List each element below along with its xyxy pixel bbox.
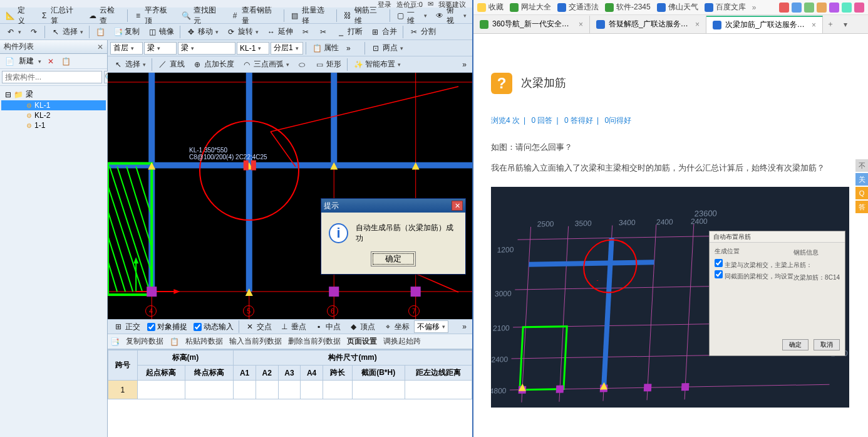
bookmark-sites[interactable]: 网址大全	[510, 2, 551, 13]
browser-tab-current[interactable]: 次梁加筋_广联达服务新…×	[706, 16, 823, 33]
add-tab-button[interactable]: ＋	[823, 19, 838, 29]
bookmark-traffic[interactable]: 交通违法	[557, 2, 599, 13]
chk-main-sub[interactable]	[715, 259, 723, 267]
row-number[interactable]: 1	[108, 381, 138, 399]
cell[interactable]	[137, 381, 185, 399]
dyninput-check[interactable]: 动态输入	[191, 322, 236, 332]
good-answers-stat[interactable]: 0 答得好	[564, 116, 593, 125]
bookmark-wenku[interactable]: 百度文库	[705, 2, 746, 13]
overflow-button[interactable]: »	[459, 320, 470, 333]
col-span-len[interactable]: 跨长	[323, 366, 352, 381]
cell[interactable]	[301, 381, 323, 399]
embed-cancel-button[interactable]: 取消	[814, 339, 840, 350]
cell[interactable]	[278, 381, 301, 399]
answers-stat[interactable]: 0 回答	[531, 116, 552, 125]
extend-button[interactable]: ↔延伸	[263, 24, 296, 39]
col-end-elev[interactable]: 终点标高	[185, 366, 234, 381]
rect-tool[interactable]: ▭矩形	[311, 57, 344, 71]
arc-tool[interactable]: ◠三点画弧▾	[239, 57, 292, 71]
close-tab-icon[interactable]: ×	[579, 20, 583, 29]
close-tab-icon[interactable]: ×	[695, 20, 700, 29]
select-tool[interactable]: ↖选择▾	[110, 57, 149, 71]
tab-copy-span[interactable]: 复制跨数据	[126, 336, 163, 347]
close-tab-icon[interactable]: ×	[812, 21, 816, 29]
col-span-num[interactable]: 跨号	[108, 350, 138, 381]
tree-root-beam[interactable]: ⊟📁梁	[1, 88, 106, 100]
tab-delete-col[interactable]: 删除当前列数据	[288, 336, 341, 347]
chk-same-section[interactable]	[715, 270, 723, 278]
qa-page[interactable]: ? 次梁加筋 浏览4 次| 0 回答| 0 答得好| 0问得好 如图：请问怎么回…	[473, 34, 868, 437]
mirror-button[interactable]: ◫镜像	[144, 24, 177, 39]
ext-icon[interactable]	[792, 3, 802, 13]
dialog-titlebar[interactable]: 提示 ✕	[321, 199, 465, 213]
split-button[interactable]: ✂分割	[406, 24, 439, 39]
float-btn-no[interactable]: 不	[855, 159, 868, 172]
type-combo[interactable]: 梁▾	[178, 42, 235, 55]
bookmark-2345[interactable]: 软件-2345	[605, 2, 651, 13]
component-combo[interactable]: KL-1▾	[237, 42, 269, 55]
ext-icon[interactable]	[804, 3, 814, 13]
span-data-grid[interactable]: 跨号 标高(m) 构件尺寸(mm) 起点标高 终点标高 A1 A2 A3 A4 …	[108, 349, 472, 437]
cell[interactable]	[185, 381, 234, 399]
perp-snap[interactable]: ⊥垂点	[276, 320, 309, 334]
cell[interactable]	[323, 381, 352, 399]
rotate-button[interactable]: ⟳旋转▾	[223, 24, 262, 39]
embed-ok-button[interactable]: 确定	[782, 339, 809, 350]
undo-button[interactable]: ↶▾	[3, 25, 24, 39]
redo-button[interactable]: ↷	[26, 25, 42, 39]
merge-button[interactable]: ⊞合并	[367, 24, 400, 39]
bookmark-fav[interactable]: 收藏	[477, 2, 504, 13]
ext-icon[interactable]	[829, 3, 839, 13]
col-start-elev[interactable]: 起点标高	[137, 366, 185, 381]
tab-paste-span[interactable]: 粘贴跨数据	[185, 336, 223, 347]
cell[interactable]	[234, 381, 256, 399]
tree-item-kl1[interactable]: ⚙KL-1	[1, 100, 106, 110]
layer-combo[interactable]: 分层1▾	[271, 42, 303, 55]
browser-tab-qa[interactable]: 答疑解惑_广联达服务新…×	[590, 16, 706, 33]
floor-combo[interactable]: 首层▾	[110, 42, 143, 55]
paste-button[interactable]: 📋	[92, 25, 108, 39]
col-a1[interactable]: A1	[234, 366, 256, 381]
col-section[interactable]: 截面(B*H)	[352, 366, 405, 381]
osnap-check[interactable]: 对象捕捉	[145, 322, 190, 332]
close-icon[interactable]: ✕	[452, 201, 463, 211]
line-tool[interactable]: ／直线	[155, 57, 188, 71]
new-button[interactable]: 📄	[4, 56, 15, 67]
twopoint-button[interactable]: ⊡两点▾	[368, 41, 406, 55]
sidebar-close-icon[interactable]: ✕	[97, 43, 103, 51]
ext-icon[interactable]	[842, 3, 852, 13]
move-button[interactable]: ✥移动▾	[183, 24, 222, 39]
trim-button[interactable]: ✂	[297, 25, 314, 39]
ok-button[interactable]: 确定	[371, 251, 416, 266]
bookmark-weather[interactable]: 佛山天气	[657, 2, 698, 13]
float-btn-q[interactable]: Q	[855, 187, 868, 199]
ext-icon[interactable]	[779, 3, 789, 13]
ellipse-tool[interactable]: ⬭	[294, 58, 310, 71]
ext-icon[interactable]	[817, 3, 827, 13]
smart-layout-tool[interactable]: ✨智能布置▾	[350, 57, 404, 71]
tree-item-kl2[interactable]: ⚙KL-2	[1, 110, 106, 120]
category-combo[interactable]: 梁▾	[144, 42, 177, 55]
tree-item-1-1[interactable]: ⚙1-1	[1, 120, 106, 130]
coord-snap[interactable]: ⌖坐标	[380, 320, 413, 334]
good-questions-stat[interactable]: 0问得好	[604, 116, 631, 125]
copy-button[interactable]: 📋	[60, 56, 71, 67]
tab-overflow-button[interactable]: ▾	[838, 20, 853, 29]
tab-input-col[interactable]: 输入当前列数据	[229, 336, 282, 347]
mid-snap[interactable]: ▪中点	[311, 320, 344, 334]
copy-button[interactable]: 📑复制	[110, 24, 143, 39]
cell[interactable]	[256, 381, 278, 399]
delete-button[interactable]: ✕	[45, 56, 56, 67]
overflow-button[interactable]: »	[459, 58, 470, 71]
search-input[interactable]	[2, 71, 102, 83]
ext-icon[interactable]	[854, 3, 864, 13]
drawing-canvas[interactable]: KL-1 350*550 C8@100/200(4) 2C22;4C25 提示 …	[108, 73, 472, 319]
browser-tab-360[interactable]: 360导航_新一代安全上网…×	[473, 16, 590, 33]
new-label[interactable]: 新建	[19, 56, 34, 66]
col-a3[interactable]: A3	[278, 366, 301, 381]
point-length-tool[interactable]: ⊕点加长度	[189, 57, 237, 71]
col-left-dist[interactable]: 距左边线距离	[405, 366, 472, 381]
col-a4[interactable]: A4	[301, 366, 323, 381]
select-button[interactable]: ↖选择▾	[48, 24, 86, 39]
intersect-snap[interactable]: ✕交点	[242, 320, 275, 334]
